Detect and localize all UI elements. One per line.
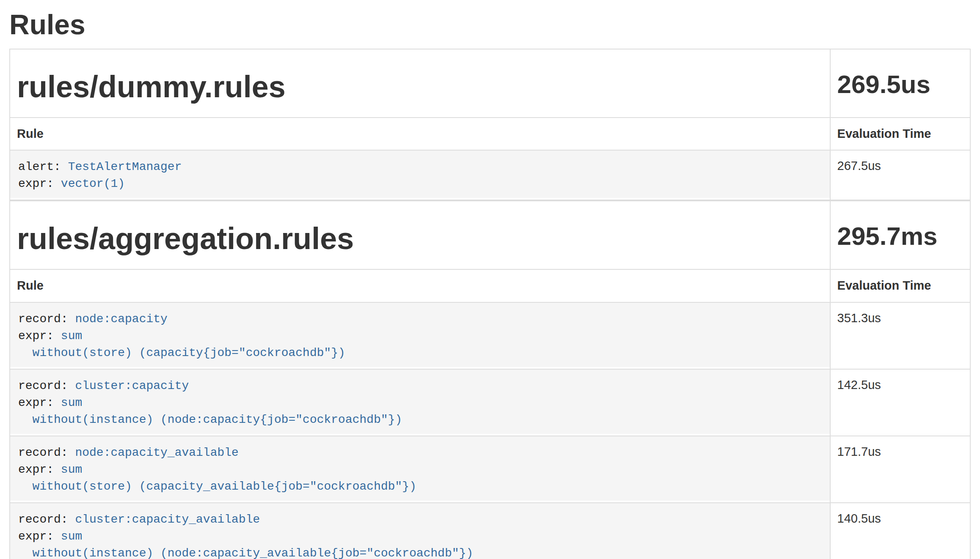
rule-expr-link[interactable]: sum: [61, 329, 82, 343]
rule-row: record: cluster:capacityexpr: sum withou…: [10, 369, 970, 436]
rule-definition: record: cluster:capacity_availableexpr: …: [10, 503, 830, 559]
rule-definition-cell: record: node:capacity_availableexpr: sum…: [10, 436, 830, 503]
rule-expr-link-continued[interactable]: without(instance) (node:capacity_availab…: [18, 547, 473, 559]
rule-row: record: node:capacityexpr: sum without(s…: [10, 302, 970, 369]
rule-evaluation-time: 142.5us: [830, 369, 970, 436]
rule-definition: record: node:capacityexpr: sum without(s…: [10, 303, 830, 367]
rule-definition: record: node:capacity_availableexpr: sum…: [10, 436, 830, 501]
rule-expr-link-continued[interactable]: without(store) (capacity{job="cockroachd…: [18, 346, 345, 359]
columns-header-row: Rule Evaluation Time: [10, 118, 970, 150]
rule-evaluation-time: 140.5us: [830, 503, 970, 559]
rule-expr-link-continued[interactable]: without(store) (capacity_available{job="…: [18, 480, 416, 493]
rule-row: record: cluster:capacity_availableexpr: …: [10, 503, 970, 559]
group-eval-total-cell: 269.5us: [830, 49, 970, 118]
expr-keyword: expr:: [18, 177, 61, 190]
rule-column-header: Rule: [10, 118, 830, 150]
rule-expr-link-continued[interactable]: without(instance) (node:capacity{job="co…: [18, 413, 402, 426]
rule-definition-cell: record: node:capacityexpr: sum without(s…: [10, 302, 830, 369]
rule-definition: record: cluster:capacityexpr: sum withou…: [10, 370, 830, 434]
record-keyword: record:: [18, 312, 75, 326]
columns-header-row: Rule Evaluation Time: [10, 269, 970, 302]
rule-evaluation-time: 351.3us: [830, 302, 970, 369]
expr-keyword: expr:: [18, 530, 61, 543]
expr-keyword: expr:: [18, 463, 61, 476]
group-header-row: rules/aggregation.rules 295.7ms: [10, 201, 970, 269]
alert-name-link[interactable]: TestAlertManager: [68, 160, 182, 173]
alert-keyword: alert:: [18, 160, 68, 173]
rule-definition-cell: record: cluster:capacityexpr: sum withou…: [10, 369, 830, 436]
rule-group-table-dummy: rules/dummy.rules 269.5us Rule Evaluatio…: [9, 49, 971, 200]
evaluation-time-column-header: Evaluation Time: [830, 269, 970, 302]
rule-evaluation-time: 171.7us: [830, 436, 970, 503]
rule-group-table-aggregation: rules/aggregation.rules 295.7ms Rule Eva…: [9, 200, 971, 559]
rule-expr-link[interactable]: sum: [61, 396, 82, 409]
rules-page: Rules rules/dummy.rules 269.5us Rule Eva…: [0, 9, 980, 559]
group-file-name: rules/aggregation.rules: [17, 222, 823, 255]
group-evaluation-total: 269.5us: [837, 71, 963, 99]
rule-definition: alert: TestAlertManagerexpr: vector(1): [10, 151, 830, 198]
group-file-cell: rules/aggregation.rules: [10, 201, 830, 269]
record-keyword: record:: [18, 446, 75, 459]
group-header-row: rules/dummy.rules 269.5us: [10, 49, 970, 118]
rule-definition-cell: record: cluster:capacity_availableexpr: …: [10, 503, 830, 559]
rule-row: alert: TestAlertManagerexpr: vector(1) 2…: [10, 150, 970, 200]
record-keyword: record:: [18, 513, 75, 526]
record-name-link[interactable]: cluster:capacity_available: [75, 513, 260, 526]
rule-column-header: Rule: [10, 269, 830, 302]
rule-expr-link[interactable]: vector(1): [61, 177, 125, 190]
group-file-cell: rules/dummy.rules: [10, 49, 830, 118]
group-evaluation-total: 295.7ms: [837, 222, 963, 250]
record-name-link[interactable]: cluster:capacity: [75, 379, 189, 392]
rule-definition-cell: alert: TestAlertManagerexpr: vector(1): [10, 150, 830, 200]
rule-row: record: node:capacity_availableexpr: sum…: [10, 436, 970, 503]
expr-keyword: expr:: [18, 329, 61, 343]
record-name-link[interactable]: node:capacity: [75, 312, 167, 326]
rule-expr-link[interactable]: sum: [61, 530, 82, 543]
rule-evaluation-time: 267.5us: [830, 150, 970, 200]
page-title: Rules: [9, 9, 971, 40]
expr-keyword: expr:: [18, 396, 61, 409]
group-eval-total-cell: 295.7ms: [830, 201, 970, 269]
group-file-name: rules/dummy.rules: [17, 71, 823, 103]
record-name-link[interactable]: node:capacity_available: [75, 446, 238, 459]
rule-expr-link[interactable]: sum: [61, 463, 82, 476]
evaluation-time-column-header: Evaluation Time: [830, 118, 970, 150]
record-keyword: record:: [18, 379, 75, 392]
